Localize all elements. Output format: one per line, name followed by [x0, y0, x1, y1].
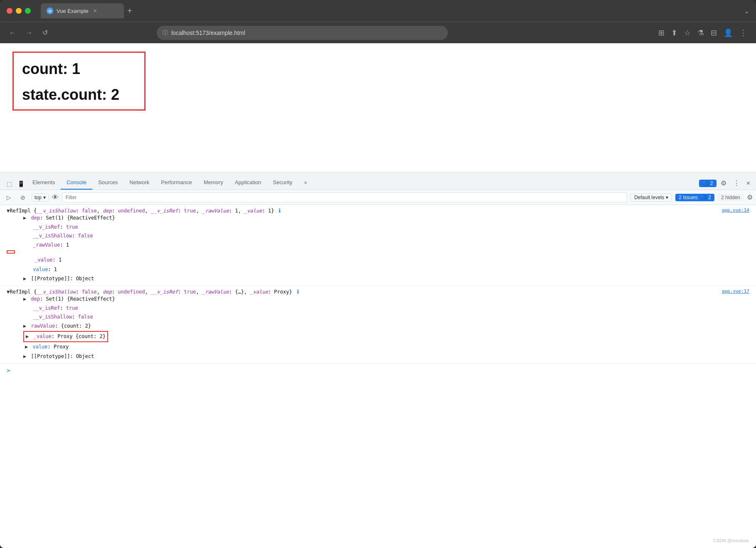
browser-toolbar-icons: ⊞ ⬆ ☆ ⚗ ⊟ 👤 ⋮: [656, 26, 749, 40]
devtools-tab-application[interactable]: Application: [229, 176, 267, 190]
entry1-source[interactable]: app.vue:14: [722, 207, 749, 213]
tab-bar: Vue Example × +: [41, 3, 741, 18]
refimpl-text: ▼RefImpl {__v_isShallow: false, dep: und…: [7, 207, 281, 214]
expand2-value-arrow[interactable]: ▶: [26, 333, 29, 339]
refimpl-header: ▼RefImpl {__v_isShallow: false, dep: und…: [7, 207, 756, 214]
tree-v-isref: __v_isRef: true: [7, 223, 756, 232]
tab-title: Vue Example: [57, 8, 89, 14]
devtools-tab-sources[interactable]: Sources: [92, 176, 124, 190]
devtools-device-icon[interactable]: 📱: [15, 178, 27, 190]
execute-button[interactable]: ▷: [3, 192, 14, 203]
title-bar: Vue Example × + ⌄: [0, 0, 756, 22]
forward-button[interactable]: →: [23, 27, 35, 38]
devtools-tab-more[interactable]: »: [298, 176, 313, 190]
traffic-lights: [7, 8, 31, 14]
devtools-settings-icon[interactable]: ⚙: [718, 177, 729, 190]
console-entry: ▼RefImpl {__v_isShallow: false, dep: und…: [0, 205, 756, 286]
log-levels-selector[interactable]: Default levels ▾: [630, 193, 672, 202]
hidden-badge[interactable]: 2 hidden: [718, 194, 744, 201]
extension-icon[interactable]: ⚗: [695, 26, 707, 40]
watermark: CSDN @sucaiwa: [713, 538, 749, 543]
console-issues-num: 2: [708, 195, 711, 200]
devtools-tab-elements[interactable]: Elements: [27, 176, 61, 190]
devtools-tab-network[interactable]: Network: [124, 176, 156, 190]
tree2-value2-highlighted: ▶ value: Proxy: [7, 342, 756, 352]
value2-highlight-box: ▶ _value: Proxy {count: 2}: [23, 331, 108, 343]
issues-count: 2: [710, 180, 713, 186]
devtools-tab-performance[interactable]: Performance: [155, 176, 198, 190]
console-issues-badge[interactable]: 2 Issues: 🔵 2: [675, 194, 714, 201]
console-issues-text: 2 Issues:: [679, 195, 699, 200]
expand2-proto-arrow[interactable]: ▶: [23, 353, 26, 359]
browser-menu-icon[interactable]: ⋮: [737, 26, 749, 40]
console-output: ▼RefImpl {__v_isShallow: false, dep: und…: [0, 205, 756, 548]
expand2-dep-arrow[interactable]: ▶: [23, 296, 26, 302]
tree-value2-highlighted: value: 1: [7, 265, 756, 274]
devtools-more-icon[interactable]: ⋮: [731, 177, 742, 190]
browser-tab-active[interactable]: Vue Example ×: [41, 3, 124, 18]
expand2-rawvalue-arrow[interactable]: ▶: [23, 323, 26, 329]
close-window-button[interactable]: [7, 8, 12, 14]
count-value: count: 1: [22, 59, 136, 79]
entry1-info-icon: ℹ: [279, 207, 281, 214]
tree-rawvalue: _rawValue: 1: [7, 241, 756, 250]
tab-chevron-icon[interactable]: ⌄: [744, 7, 749, 15]
tree-v-isshallow: __v_isShallow: false: [7, 232, 756, 241]
minimize-window-button[interactable]: [16, 8, 22, 14]
entry2-source[interactable]: app.vue:17: [722, 289, 749, 294]
stop-button[interactable]: ⊘: [17, 192, 28, 203]
new-tab-button[interactable]: +: [127, 6, 132, 16]
default-levels-dropdown: ▾: [666, 195, 668, 200]
address-url: localhost:5173/example.html: [171, 30, 245, 36]
expand-dep-arrow[interactable]: ▶: [23, 215, 26, 221]
entry-content: ▼RefImpl {__v_isShallow: false, dep: und…: [7, 207, 756, 283]
webpage-area: count: 1 state.count: 2: [0, 43, 756, 172]
devtools-tab-security[interactable]: Security: [267, 176, 298, 190]
console-settings-icon[interactable]: ⚙: [747, 193, 753, 201]
live-expressions-button[interactable]: 👁: [52, 194, 59, 201]
context-dropdown-icon: ▾: [43, 195, 46, 200]
value-highlight-box: _value: 1: [23, 255, 63, 265]
page-content: count: 1 state.count: 2 ⬚ 📱 Elements Con…: [0, 43, 756, 548]
tab-close-button[interactable]: ×: [94, 7, 97, 14]
console-prompt[interactable]: >: [0, 364, 756, 377]
address-input[interactable]: ⓘ localhost:5173/example.html: [157, 26, 448, 40]
count-display-box: count: 1 state.count: 2: [12, 52, 146, 111]
expand2-value2-arrow[interactable]: ▶: [25, 344, 28, 350]
context-label: top: [35, 195, 42, 200]
maximize-window-button[interactable]: [25, 8, 31, 14]
default-levels-label: Default levels: [634, 195, 664, 200]
tree2-dep: ▶ dep: Set(1) {ReactiveEffect}: [7, 295, 756, 304]
back-button[interactable]: ←: [7, 27, 18, 38]
state-count-value: state.count: 2: [22, 86, 136, 104]
devtools-close-icon[interactable]: ×: [744, 177, 753, 190]
entry2-info-icon: ℹ: [297, 289, 299, 295]
devtools-tab-console[interactable]: Console: [61, 176, 92, 190]
refimpl2-text: ▼RefImpl {__v_isShallow: false, dep: und…: [7, 289, 299, 295]
tree2-prototype: ▶ [[Prototype]]: Object: [7, 352, 756, 361]
issues-badge[interactable]: 🔵 2: [699, 180, 716, 187]
refimpl2-header: ▼RefImpl {__v_isShallow: false, dep: und…: [7, 289, 756, 295]
translate-icon[interactable]: ⊞: [656, 26, 667, 40]
devtools-tab-memory[interactable]: Memory: [198, 176, 229, 190]
share-icon[interactable]: ⬆: [669, 26, 680, 40]
tree2-v-isshallow: __v_isShallow: false: [7, 313, 756, 322]
devtools-panel: ⬚ 📱 Elements Console Sources Network Per…: [0, 172, 756, 548]
address-info-icon: ⓘ: [163, 29, 168, 37]
tree2-value-highlighted: ▶ _value: Proxy {count: 2}: [7, 331, 756, 343]
reload-button[interactable]: ↺: [40, 27, 50, 38]
browser-window: Vue Example × + ⌄ ← → ↺ ⓘ localhost:5173…: [0, 0, 756, 548]
split-tab-icon[interactable]: ⊟: [708, 26, 719, 40]
console-entry-2: ▼RefImpl {__v_isShallow: false, dep: und…: [0, 286, 756, 364]
hidden-label: 2 hidden: [721, 195, 740, 200]
tree2-v-isref: __v_isRef: true: [7, 304, 756, 313]
context-selector[interactable]: top ▾: [32, 193, 49, 202]
devtools-inspect-icon[interactable]: ⬚: [3, 178, 15, 190]
devtools-tab-bar: ⬚ 📱 Elements Console Sources Network Per…: [0, 173, 756, 190]
bookmark-icon[interactable]: ☆: [682, 26, 693, 40]
console-filter-input[interactable]: [62, 193, 628, 202]
value2b-box: ▶ value: Proxy: [23, 342, 70, 352]
expand-proto1-arrow[interactable]: ▶: [23, 276, 26, 281]
tab-favicon-icon: [47, 7, 53, 14]
profile-icon[interactable]: 👤: [721, 26, 735, 40]
